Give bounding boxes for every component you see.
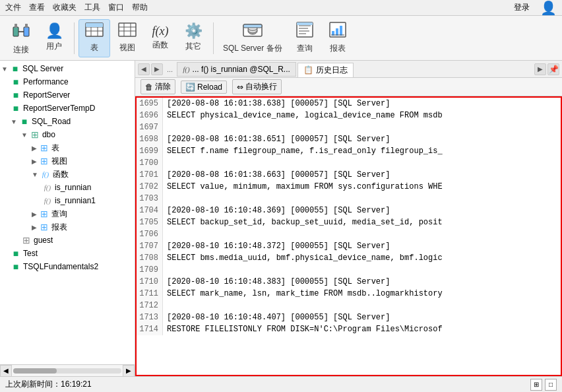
log-line-text: SELECT physical_device_name, logical_dev… [163, 110, 443, 121]
action-bar: 🗑 清除 🔄 Reload ⇔ 自动换行 [135, 78, 562, 96]
tab-pin-btn[interactable]: 📌 [547, 63, 559, 75]
log-line-text: SELECT value, minimum, maximum FROM sys.… [163, 181, 443, 193]
user-avatar-icon: 👤 [540, 0, 557, 16]
table-row: 1701[2020-08-08 16:01:38.663] [000057] [… [137, 169, 561, 181]
sidebar-item-guest[interactable]: ⊞ guest [0, 234, 135, 247]
sidebar-item-func-group[interactable]: ▼ f() 函数 [0, 168, 135, 181]
sidebar-item-is-runnian[interactable]: f() is_runnian [0, 181, 135, 194]
sidebar-item-report-group[interactable]: ▶ ⊞ 报表 [0, 220, 135, 234]
schema-icon: ⊞ [30, 129, 40, 140]
db3-icon: ■ [11, 103, 21, 114]
line-number: 1695 [137, 98, 163, 110]
sidebar-item-test[interactable]: ■ Test [0, 247, 135, 260]
sidebar-item-table-group[interactable]: ▶ ⊞ 表 [0, 141, 135, 154]
line-number: 1699 [137, 145, 163, 157]
toolbar-report-label: 报表 [330, 43, 346, 54]
toolbar-view[interactable]: 视图 [111, 19, 143, 57]
status-icon-1[interactable]: ⊞ [530, 379, 542, 391]
svg-rect-11 [119, 23, 136, 36]
line-number: 1709 [137, 264, 163, 276]
view-group-icon: ⊞ [39, 156, 49, 166]
svg-rect-3 [25, 24, 28, 28]
log-line-text: SELECT bms.media_uuid, bmf.physical_devi… [163, 252, 443, 264]
clear-button[interactable]: 🗑 清除 [140, 79, 175, 94]
tab-nav-left[interactable]: ◀ [138, 63, 150, 75]
sidebar-query-label: 查询 [51, 209, 67, 220]
toolbar-report[interactable]: 报表 [322, 19, 354, 57]
view-icon [118, 22, 137, 40]
table-group-icon: ⊞ [39, 143, 49, 153]
sidebar-item-reportservertempd[interactable]: ■ ReportServerTempD [0, 102, 135, 115]
table-row: 1706 [137, 228, 561, 240]
tab-nav-right-group: ▶ 📌 [534, 63, 559, 75]
sidebar-item-view-group[interactable]: ▶ ⊞ 视图 [0, 154, 135, 168]
status-icon-2[interactable]: □ [545, 379, 557, 391]
tab-nav-forward[interactable]: ▶ [534, 63, 546, 75]
sidebar-reportservertempd-label: ReportServerTempD [23, 104, 95, 113]
log-line-text: SELECT mark_name, lsn, mark_time FROM ms… [163, 288, 443, 300]
log-lines: 1695[2020-08-08 16:01:38.638] [000057] [… [137, 98, 561, 335]
menu-tools[interactable]: 工具 [84, 2, 100, 13]
scroll-right-btn[interactable]: ▶ [123, 365, 135, 377]
line-number: 1706 [137, 228, 163, 240]
log-content[interactable]: 1695[2020-08-08 16:01:38.638] [000057] [… [135, 96, 562, 376]
table-row: 1713[2020-08-10 16:10:48.407] [000055] [… [137, 311, 561, 323]
toolbar-query[interactable]: 查询 [289, 19, 321, 57]
status-refresh-text: 上次刷新时间：16:19:21 [5, 379, 92, 390]
sidebar-item-reportserver[interactable]: ■ ReportServer [0, 88, 135, 102]
reload-icon: 🔄 [185, 82, 195, 92]
toolbar-user[interactable]: 👤 用户 [38, 19, 70, 57]
scroll-left-btn[interactable]: ◀ [0, 365, 12, 377]
toolbar-connect-label: 连接 [13, 44, 29, 55]
toolbar-connect[interactable]: 连接 [5, 19, 37, 57]
login-button[interactable]: 登录 [514, 2, 530, 13]
table-row: 1697 [137, 121, 561, 133]
line-number: 1702 [137, 181, 163, 193]
tab-nav-right-obj[interactable]: ▶ [151, 63, 163, 75]
sidebar-test-label: Test [23, 249, 38, 258]
log-line-text: [2020-08-08 16:01:38.638] [000057] [SQL … [163, 98, 390, 110]
toolbar-table[interactable]: 表 [78, 19, 110, 57]
sidebar-item-tsql[interactable]: ■ TSQLFundamentals2 [0, 260, 135, 273]
sidebar-item-dbo[interactable]: ▼ ⊞ dbo [0, 128, 135, 141]
chevron-right-icon: ▶ [32, 145, 37, 152]
tab-isrunnian[interactable]: f() ... f() is_runnian @SQL_R... [177, 62, 296, 77]
sidebar-item-is-runnian1[interactable]: f() is_runnian1 [0, 194, 135, 207]
sidebar-item-performance[interactable]: ■ Performance [0, 75, 135, 88]
tab-history[interactable]: 📋 历史日志 [297, 63, 354, 77]
toolbar-table-label: 表 [90, 42, 98, 53]
toolbar-user-label: 用户 [46, 41, 62, 52]
menu-help[interactable]: 帮助 [132, 2, 148, 13]
toolbar-other[interactable]: ⚙️ 其它 [177, 19, 209, 57]
toolbar-func[interactable]: f(x) 函数 [144, 19, 176, 57]
table-row: 1711SELECT mark_name, lsn, mark_time FRO… [137, 288, 561, 300]
db-icon: ■ [11, 77, 21, 87]
line-number: 1698 [137, 133, 163, 145]
func-item2-icon: f() [42, 197, 53, 205]
table-row: 1707[2020-08-10 16:10:48.372] [000055] [… [137, 240, 561, 252]
chevron-down-icon: ▼ [1, 65, 8, 73]
table-row: 1699SELECT f.name filegroup_name, f.is_r… [137, 145, 561, 157]
sidebar-sqlroad-label: SQL_Road [32, 117, 71, 126]
table-row: 1710[2020-08-10 16:10:48.383] [000055] [… [137, 276, 561, 288]
reload-button[interactable]: 🔄 Reload [181, 81, 227, 94]
menu-favorites[interactable]: 收藏夹 [53, 2, 77, 13]
toolbar-backup[interactable]: SQL Server 备份 [218, 19, 288, 57]
sidebar-item-sqlserver[interactable]: ▼ ■ SQL Server [0, 62, 135, 75]
menu-window[interactable]: 窗口 [108, 2, 124, 13]
table-icon [85, 22, 104, 40]
line-number: 1708 [137, 252, 163, 264]
server-icon: ■ [10, 63, 20, 74]
sidebar-tree: ▼ ■ SQL Server ■ Performance ■ ReportSer… [0, 61, 135, 364]
svg-rect-0 [13, 27, 18, 36]
sidebar-item-query-group[interactable]: ▶ ⊞ 查询 [0, 207, 135, 220]
sidebar-scrollbar: ◀ ▶ [0, 364, 135, 376]
query-group-icon: ⊞ [39, 209, 49, 219]
toolbar: 连接 👤 用户 表 [0, 16, 562, 61]
menu-view[interactable]: 查看 [29, 2, 45, 13]
clear-label: 清除 [155, 81, 171, 92]
auto-switch-button[interactable]: ⇔ 自动换行 [232, 79, 282, 94]
line-number: 1697 [137, 121, 163, 133]
sidebar-item-sqlroad[interactable]: ▼ ■ SQL_Road [0, 115, 135, 128]
menu-file[interactable]: 文件 [5, 2, 21, 13]
